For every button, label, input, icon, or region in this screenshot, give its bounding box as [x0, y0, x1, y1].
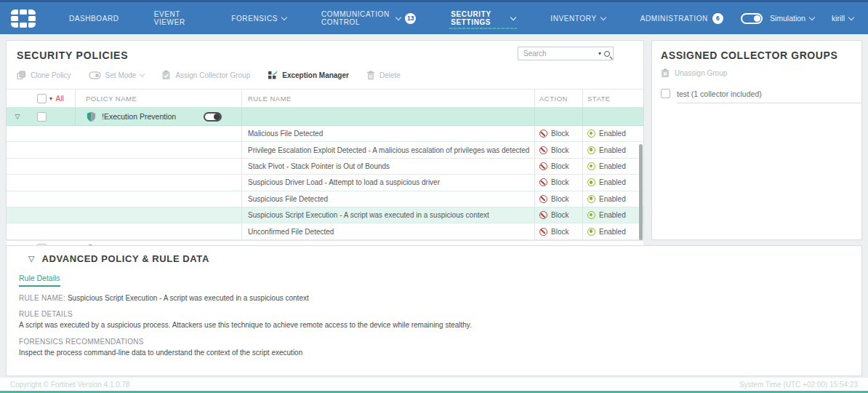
delete-button[interactable]: Delete	[366, 71, 401, 80]
simulation-label: Simulation	[770, 14, 805, 23]
collector-group-item[interactable]: test (1 collector included)	[661, 89, 854, 103]
block-icon	[539, 130, 547, 138]
chevron-down-icon	[395, 14, 401, 20]
policy-toggle[interactable]	[204, 112, 222, 122]
nav-dashboard[interactable]: DASHBOARD	[52, 2, 137, 34]
forensics-recommendations-label: FORENSICS RECOMMENDATIONS	[19, 337, 847, 348]
tab-rule-details[interactable]: Rule Details	[19, 274, 60, 287]
forensics-recommendations-value: Inspect the process command-line data to…	[19, 348, 847, 359]
rule-row[interactable]: Unconfirmed File Detected Block Enabled	[7, 223, 643, 239]
group-divider	[677, 103, 861, 103]
user-name: kirill	[832, 14, 845, 23]
table-header-row: ▾ All POLICY NAME RULE NAME ACTION STATE	[7, 89, 643, 108]
rule-row[interactable]: Privilege Escalation Exploit Detected - …	[7, 142, 643, 158]
exception-manager-button[interactable]: Exception Manager	[268, 71, 349, 80]
chevron-down-icon	[281, 14, 287, 20]
nav-inventory[interactable]: INVENTORY	[533, 2, 622, 34]
rule-row[interactable]: Suspicious File Detected Block Enabled	[7, 191, 643, 207]
simulation-toggle[interactable]	[741, 13, 763, 24]
set-mode-button[interactable]: Set Mode	[89, 71, 145, 79]
rule-action-label: Block	[551, 130, 568, 138]
rule-action-label: Block	[551, 195, 568, 203]
rule-name: Suspicious Driver Load - Attempt to load…	[248, 178, 440, 186]
enabled-icon	[587, 178, 595, 186]
select-all-checkbox[interactable]	[37, 94, 47, 103]
all-filter-caret-icon[interactable]: ▾	[49, 95, 53, 102]
rule-details-label: RULE DETAILS	[19, 309, 847, 320]
rule-state-label: Enabled	[599, 178, 626, 186]
rule-action-label: Block	[551, 211, 568, 219]
policy-checkbox[interactable]	[37, 112, 47, 122]
unassign-group-button[interactable]: Unassign Group	[661, 68, 727, 78]
rule-action-label: Block	[551, 178, 568, 186]
security-policies-panel: SECURITY POLICIES ▾ Clone Policy Set Mod…	[6, 40, 644, 240]
nav-communication-control-label: COMMUNICATION CONTROL	[321, 10, 392, 26]
column-header-rule-name[interactable]: RULE NAME	[242, 90, 534, 107]
column-header-policy-name[interactable]: POLICY NAME	[76, 90, 242, 107]
policy-row[interactable]: ▽ !Execution Prevention	[7, 108, 643, 126]
rule-row[interactable]: Suspicious Script Execution - A script w…	[7, 207, 643, 223]
set-mode-label: Set Mode	[105, 71, 137, 79]
fortinet-logo-icon	[11, 9, 36, 28]
rule-state-label: Enabled	[599, 146, 626, 154]
rule-action-label: Block	[551, 228, 568, 236]
collapse-chevron-icon[interactable]: ▽	[15, 113, 20, 120]
notification-badge: 6	[712, 13, 723, 24]
block-icon	[539, 162, 547, 170]
rule-name: Suspicious Script Execution - A script w…	[248, 211, 489, 219]
nav-items: DASHBOARD EVENT VIEWER FORENSICS COMMUNI…	[52, 2, 741, 34]
rule-state-label: Enabled	[599, 162, 626, 170]
nav-administration[interactable]: ADMINISTRATION 6	[623, 2, 741, 34]
nav-forensics[interactable]: FORENSICS	[214, 2, 304, 34]
policy-shield-icon	[86, 111, 97, 122]
delete-label: Delete	[379, 71, 401, 79]
notification-badge: 13	[405, 13, 416, 24]
group-checkbox[interactable]	[661, 89, 670, 98]
all-filter-label[interactable]: All	[56, 95, 64, 103]
rule-name: Suspicious File Detected	[248, 195, 328, 203]
block-icon	[539, 178, 547, 186]
top-navigation-bar: DASHBOARD EVENT VIEWER FORENSICS COMMUNI…	[0, 0, 868, 34]
nav-right-controls: Simulation kirill	[741, 13, 853, 24]
collapse-chevron-icon[interactable]: ▽	[28, 254, 34, 263]
nav-forensics-label: FORENSICS	[231, 15, 278, 23]
exception-manager-label: Exception Manager	[282, 71, 349, 79]
column-header-state[interactable]: STATE	[582, 90, 643, 107]
delete-icon	[366, 71, 375, 80]
simulation-menu[interactable]: Simulation	[770, 14, 814, 23]
rule-row[interactable]: Malicious File Detected Block Enabled	[7, 126, 643, 142]
enabled-icon	[587, 162, 595, 170]
column-header-action[interactable]: ACTION	[534, 90, 582, 107]
assign-collector-group-button[interactable]: Assign Collector Group	[161, 70, 250, 80]
assign-collector-group-label: Assign Collector Group	[175, 71, 250, 79]
security-policies-title: SECURITY POLICIES	[17, 49, 128, 61]
rule-row[interactable]: Stack Pivot - Stack Pointer is Out of Bo…	[7, 159, 643, 175]
search-icon[interactable]	[604, 51, 610, 57]
enabled-icon	[587, 228, 595, 236]
rule-state-label: Enabled	[599, 211, 626, 219]
advanced-panel-title: ADVANCED POLICY & RULE DATA	[41, 253, 209, 264]
block-icon	[539, 211, 547, 219]
nav-event-viewer[interactable]: EVENT VIEWER	[137, 2, 214, 34]
chevron-down-icon	[600, 14, 606, 20]
nav-security-settings[interactable]: SECURITY SETTINGS	[433, 2, 533, 34]
enabled-icon	[587, 146, 595, 154]
search-dropdown-caret-icon[interactable]: ▾	[598, 50, 601, 57]
clone-policy-button[interactable]: Clone Policy	[17, 71, 71, 80]
rule-details-value: A script was executed by a suspicious pr…	[19, 320, 847, 331]
rule-row[interactable]: Suspicious Driver Load - Attempt to load…	[7, 175, 643, 191]
user-menu[interactable]: kirill	[832, 14, 853, 23]
rule-name-value: Suspicious Script Execution - A script w…	[68, 294, 309, 302]
enabled-icon	[587, 211, 595, 219]
search-input[interactable]	[523, 49, 598, 57]
block-icon	[539, 146, 547, 154]
rule-name: Privilege Escalation Exploit Detected - …	[248, 146, 529, 154]
unassign-group-label: Unassign Group	[675, 69, 727, 77]
vertical-scrollbar[interactable]	[639, 144, 643, 240]
rule-name: Malicious File Detected	[248, 130, 323, 138]
rule-state-label: Enabled	[599, 195, 626, 203]
nav-communication-control[interactable]: COMMUNICATION CONTROL 13	[304, 2, 433, 34]
chevron-down-icon	[848, 14, 854, 20]
nav-event-viewer-label: EVENT VIEWER	[154, 10, 197, 26]
nav-dashboard-label: DASHBOARD	[69, 15, 119, 23]
